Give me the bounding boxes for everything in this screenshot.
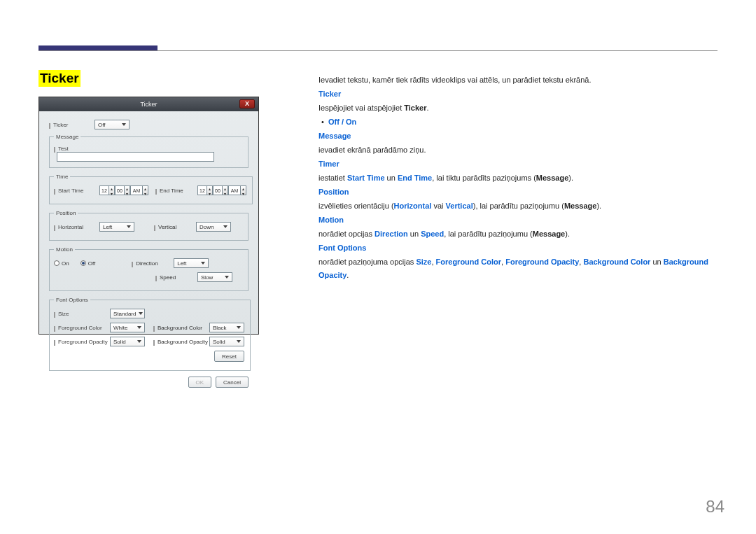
- bg-opacity-select[interactable]: Solid: [209, 337, 244, 346]
- spinner-icon: ▴▾: [207, 185, 213, 195]
- on-radio[interactable]: [54, 260, 59, 266]
- chevron-down-icon: [237, 326, 241, 329]
- h-position: Position: [318, 185, 718, 199]
- dialog-title: Ticker: [140, 101, 157, 108]
- description-text: Ievadiet tekstu, kamēr tiek rādīts video…: [318, 73, 718, 283]
- spinner-icon: ▴▾: [223, 185, 228, 195]
- chevron-down-icon: [137, 340, 141, 343]
- time-legend: Time: [54, 174, 70, 180]
- end-time-label: End Time: [155, 188, 197, 194]
- start-time-picker[interactable]: 12▴▾ 00▴▾ AM▴▾: [99, 185, 148, 195]
- bg-color-select[interactable]: Black: [209, 323, 244, 332]
- end-ampm: AM: [228, 185, 241, 195]
- motion-desc: norādiet opcijas Direction un Speed, lai…: [318, 227, 718, 241]
- close-button[interactable]: X: [239, 99, 255, 108]
- end-time-picker[interactable]: 12▴▾ 00▴▾ AM▴▾: [197, 185, 246, 195]
- font-options-legend: Font Options: [54, 297, 90, 303]
- bg-opacity-label: Background Opacity: [153, 339, 209, 345]
- ok-button[interactable]: OK: [188, 377, 212, 388]
- chevron-down-icon: [225, 276, 229, 279]
- end-min: 00: [213, 185, 223, 195]
- fg-color-label: Foreground Color: [54, 325, 110, 331]
- chevron-down-icon: [139, 312, 143, 315]
- header-bar: [38, 45, 158, 50]
- start-hour: 12: [99, 185, 109, 195]
- fg-color-value: White: [113, 325, 127, 331]
- close-icon: X: [245, 100, 249, 107]
- h-ticker: Ticker: [318, 87, 718, 101]
- bg-color-value: Black: [213, 325, 227, 331]
- chevron-down-icon: [201, 262, 205, 265]
- vertical-label: Vertical: [154, 224, 196, 230]
- spinner-icon: ▴▾: [125, 185, 130, 195]
- motion-legend: Motion: [54, 246, 75, 253]
- spinner-icon: ▴▾: [109, 185, 115, 195]
- fg-opacity-value: Solid: [113, 339, 126, 345]
- fg-color-select[interactable]: White: [110, 323, 145, 332]
- on-label: On: [62, 260, 69, 267]
- off-on-bullet: Off / On: [318, 115, 718, 129]
- horizontal-select[interactable]: Left: [99, 222, 134, 232]
- header-divider: [38, 50, 718, 51]
- message-legend: Message: [54, 134, 80, 140]
- vertical-select[interactable]: Down: [196, 222, 231, 232]
- h-font: Font Options: [318, 241, 718, 255]
- ticker-label: Ticker: [49, 122, 94, 128]
- ticker-desc: Iespējojiet vai atspējojiet Ticker.: [318, 101, 718, 115]
- size-value: Standard: [113, 311, 136, 317]
- intro-text: Ievadiet tekstu, kamēr tiek rādīts video…: [318, 73, 718, 87]
- start-ampm: AM: [130, 185, 143, 195]
- chevron-down-icon: [223, 225, 227, 228]
- direction-label: Direction: [132, 260, 174, 267]
- direction-value: Left: [177, 260, 186, 267]
- message-desc: ievadiet ekrānā parādāmo ziņu.: [318, 143, 718, 157]
- position-desc: izvēlieties orientāciju (Horizontal vai …: [318, 199, 718, 213]
- message-value-label: Test: [54, 146, 82, 152]
- speed-value: Slow: [201, 274, 213, 281]
- ticker-value: Off: [98, 122, 106, 128]
- size-select[interactable]: Standard: [110, 309, 145, 318]
- ticker-select[interactable]: Off: [94, 120, 130, 129]
- end-hour: 12: [197, 185, 207, 195]
- cancel-button[interactable]: Cancel: [216, 377, 248, 388]
- speed-select[interactable]: Slow: [197, 272, 232, 282]
- vertical-value: Down: [200, 224, 214, 230]
- off-label: Off: [88, 260, 96, 267]
- fg-opacity-label: Foreground Opacity: [54, 339, 110, 345]
- spinner-icon: ▴▾: [143, 185, 148, 195]
- horizontal-value: Left: [103, 224, 112, 230]
- speed-label: Speed: [155, 274, 197, 281]
- fg-opacity-select[interactable]: Solid: [110, 337, 145, 346]
- chevron-down-icon: [137, 326, 141, 329]
- h-message: Message: [318, 129, 718, 143]
- position-legend: Position: [54, 210, 78, 216]
- bg-opacity-value: Solid: [213, 339, 225, 345]
- bg-color-label: Background Color: [153, 325, 209, 331]
- off-radio[interactable]: [80, 260, 86, 266]
- page-number: 84: [706, 497, 724, 517]
- spinner-icon: ▴▾: [241, 185, 246, 195]
- page-title: Ticker: [38, 70, 80, 87]
- chevron-down-icon: [237, 340, 241, 343]
- dialog-titlebar: Ticker X: [39, 97, 258, 111]
- timer-desc: iestatiet Start Time un End Time, lai ti…: [318, 171, 718, 185]
- size-label: Size: [54, 311, 110, 317]
- chevron-down-icon: [127, 225, 131, 228]
- ticker-dialog: Ticker X Ticker Off Message Test Time St…: [38, 97, 259, 335]
- font-desc: norādiet paziņojuma opcijas Size, Foregr…: [318, 255, 718, 282]
- chevron-down-icon: [122, 123, 126, 126]
- h-motion: Motion: [318, 213, 718, 227]
- start-time-label: Start Time: [54, 188, 99, 194]
- message-input[interactable]: [57, 152, 214, 162]
- reset-button[interactable]: Reset: [214, 351, 244, 362]
- direction-select[interactable]: Left: [174, 258, 209, 268]
- h-timer: Timer: [318, 157, 718, 171]
- start-min: 00: [115, 185, 125, 195]
- horizontal-label: Horizontal: [54, 224, 99, 230]
